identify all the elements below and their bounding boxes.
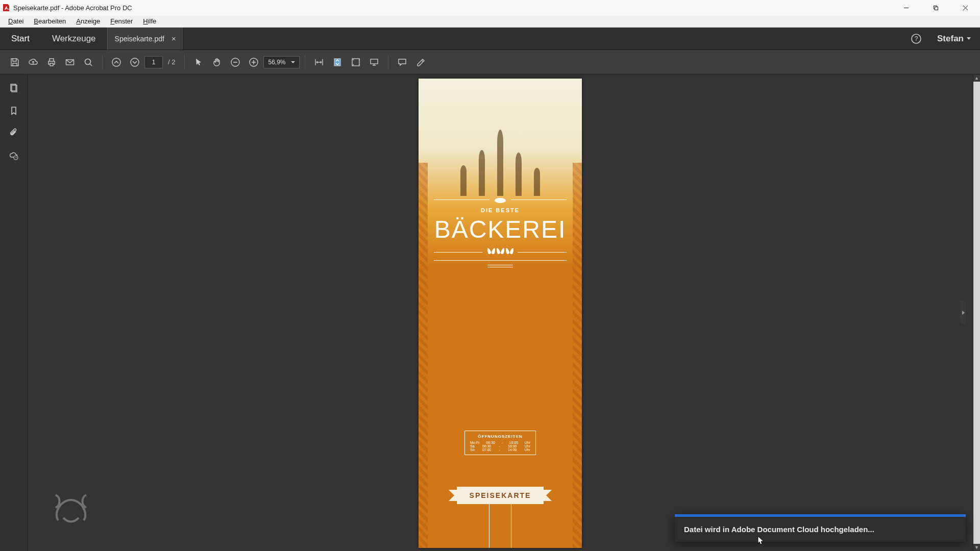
svg-rect-1 (935, 7, 938, 10)
svg-point-6 (112, 58, 120, 66)
attachments-icon[interactable] (8, 127, 20, 139)
cloud-status-icon[interactable] (8, 149, 20, 162)
chevron-down-icon (967, 37, 971, 40)
bookmarks-icon[interactable] (8, 105, 20, 117)
vertical-scrollbar[interactable]: ▲ ▼ (973, 74, 980, 551)
document-title: BÄCKEREI (419, 217, 582, 242)
svg-text:?: ? (915, 35, 918, 42)
highlight-icon[interactable] (412, 54, 429, 71)
menu-ribbon: SPEISEKARTE (457, 487, 544, 504)
cloud-icon[interactable] (24, 54, 42, 71)
svg-point-16 (495, 198, 506, 203)
wheat-illustration (419, 104, 582, 196)
upload-toast: Datei wird in Adobe Document Cloud hochg… (675, 514, 966, 542)
zoom-level-dropdown[interactable]: 56,9% (263, 56, 299, 68)
zoom-in-icon[interactable] (245, 54, 262, 71)
fit-visible-icon[interactable] (347, 54, 364, 71)
mail-icon[interactable] (61, 54, 79, 71)
scroll-down-icon[interactable]: ▼ (973, 544, 980, 551)
document-subtitle: DIE BESTE (419, 207, 582, 213)
upload-status-text: Datei wird in Adobe Document Cloud hochg… (675, 517, 966, 542)
work-area: DIE BESTE BÄCKEREI ÖFFNUNGSZEITEN Mo-Fr0… (0, 74, 980, 551)
tab-strip: Start Werkzeuge Speisekarte.pdf × ? Stef… (0, 28, 980, 50)
document-header: DIE BESTE BÄCKEREI (419, 196, 582, 271)
chevron-down-icon (291, 61, 295, 63)
scroll-up-icon[interactable]: ▲ (973, 74, 980, 82)
user-name: Stefan (937, 34, 964, 44)
hours-row: Mo-Fr06:30-18:00Uhr (468, 441, 532, 444)
comment-icon[interactable] (394, 54, 411, 71)
menu-fenster[interactable]: Fenster (105, 16, 138, 26)
thumbnails-icon[interactable] (8, 82, 20, 94)
bread-icon (494, 196, 507, 203)
print-icon[interactable] (43, 54, 60, 71)
user-menu[interactable]: Stefan (928, 28, 980, 49)
main-toolbar: / 2 56,9% (0, 50, 980, 74)
maximize-button[interactable] (921, 0, 950, 15)
zoom-level-label: 56,9% (268, 59, 285, 66)
minimize-button[interactable] (891, 0, 921, 15)
zoom-out-icon[interactable] (227, 54, 244, 71)
select-tool-icon[interactable] (190, 54, 207, 71)
menu-hilfe[interactable]: Hilfe (138, 16, 161, 26)
opening-hours-box: ÖFFNUNGSZEITEN Mo-Fr06:30-18:00Uhr Sa06:… (464, 431, 536, 455)
pdf-page-1: DIE BESTE BÄCKEREI ÖFFNUNGSZEITEN Mo-Fr0… (419, 79, 582, 548)
page-total-label: / 2 (168, 58, 175, 66)
svg-point-5 (85, 59, 91, 64)
hours-row: Sa06:30-16:00Uhr (468, 444, 532, 448)
acrobat-app-icon (2, 4, 10, 12)
page-number-input[interactable] (144, 56, 163, 68)
document-tab[interactable]: Speisekarte.pdf × (107, 28, 184, 49)
hours-row: So07:00-14:00Uhr (468, 448, 532, 452)
navigation-pane (0, 74, 28, 551)
close-button[interactable] (950, 0, 980, 15)
menu-datei[interactable]: Datei (3, 16, 29, 26)
close-tab-icon[interactable]: × (172, 34, 176, 43)
read-mode-icon[interactable] (365, 54, 383, 71)
svg-point-7 (131, 58, 139, 66)
search-icon[interactable] (80, 54, 97, 71)
save-icon[interactable] (6, 54, 23, 71)
menu-bearbeiten[interactable]: Bearbeiten (29, 16, 71, 26)
document-viewport[interactable]: DIE BESTE BÄCKEREI ÖFFNUNGSZEITEN Mo-Fr0… (28, 74, 973, 551)
menu-anzeige[interactable]: Anzeige (71, 16, 105, 26)
fit-page-icon[interactable] (329, 54, 346, 71)
page-up-icon[interactable] (108, 54, 125, 71)
opening-hours-title: ÖFFNUNGSZEITEN (468, 434, 532, 439)
mouse-cursor (757, 536, 765, 546)
scrollbar-track[interactable] (973, 82, 980, 544)
menu-bar: Datei Bearbeiten Anzeige Fenster Hilfe (0, 15, 980, 28)
watermark-icon (48, 490, 94, 531)
hand-tool-icon[interactable] (208, 54, 226, 71)
tools-pane-expand-handle[interactable] (961, 302, 966, 324)
window-title: Speisekarte.pdf - Adobe Acrobat Pro DC (13, 4, 132, 12)
window-titlebar: Speisekarte.pdf - Adobe Acrobat Pro DC (0, 0, 980, 15)
tab-tools[interactable]: Werkzeuge (41, 28, 107, 49)
svg-rect-12 (371, 59, 378, 64)
page-down-icon[interactable] (126, 54, 143, 71)
ribbon-stems (480, 504, 521, 548)
help-icon[interactable]: ? (904, 28, 928, 49)
document-tab-label: Speisekarte.pdf (115, 35, 164, 43)
fit-width-icon[interactable] (310, 54, 328, 71)
wheat-ornament-icon (485, 248, 516, 256)
tab-start[interactable]: Start (0, 28, 41, 49)
